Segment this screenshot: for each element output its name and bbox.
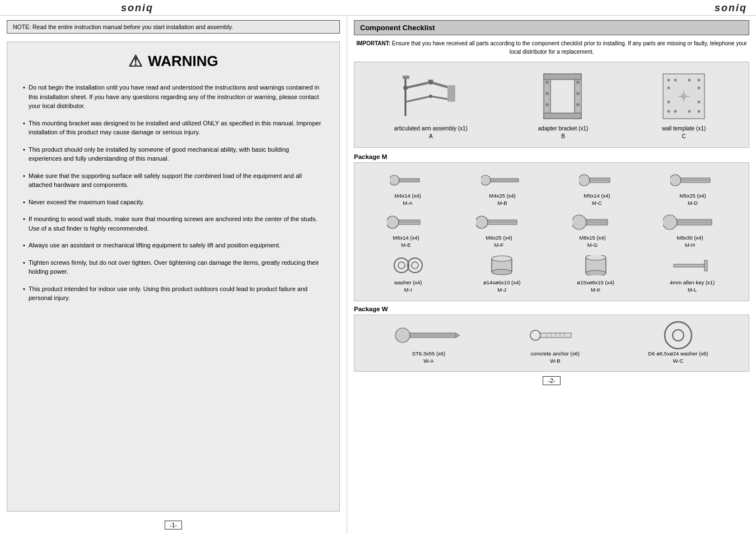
screw-m8x30: M8x30 (x4)M-H xyxy=(663,214,717,249)
component-template: wall template (x1)C xyxy=(659,71,709,140)
svg-point-27 xyxy=(698,87,701,90)
svg-point-76 xyxy=(492,256,512,261)
main-components-row: articulated arm assembly (x1)A xyxy=(359,68,744,143)
svg-point-19 xyxy=(576,92,580,95)
screw-m4x14: M4x14 (x4)M-A xyxy=(388,172,427,207)
warning-item: Always use an assistant or mechanical li… xyxy=(23,241,324,250)
svg-marker-89 xyxy=(456,333,460,338)
svg-point-57 xyxy=(476,216,488,228)
package-m-box: M4x14 (x4)M-A M4x25 (x4)M-B xyxy=(354,162,749,301)
svg-point-79 xyxy=(586,255,606,260)
svg-rect-54 xyxy=(399,220,420,224)
brand-logo-left: soniq xyxy=(121,2,153,14)
svg-point-83 xyxy=(395,328,410,343)
warning-item: Do not begin the installation until you … xyxy=(23,83,324,111)
svg-point-20 xyxy=(576,103,580,106)
d6-washer: D6 ø6.5xø24 washer (x6)W-C xyxy=(648,324,708,365)
svg-point-23 xyxy=(674,79,677,82)
allen-key: 4mm allen key (x1)M-L xyxy=(670,255,715,294)
warning-item: Tighten screws firmly, but do not over t… xyxy=(23,258,324,277)
screw-m6x14: M6x14 (x4)M-E xyxy=(386,214,426,249)
warning-triangle-icon: ⚠ xyxy=(128,52,142,71)
package-m-label: Package M xyxy=(354,153,749,160)
svg-rect-46 xyxy=(590,178,610,182)
concrete-anchor: concrete anchor (x6)W-B xyxy=(530,324,580,365)
warning-item: This product intended for indoor use onl… xyxy=(23,284,324,303)
svg-point-74 xyxy=(412,262,418,269)
svg-point-31 xyxy=(674,110,677,113)
svg-point-66 xyxy=(663,215,677,229)
page-number-right: -2- xyxy=(347,373,756,386)
svg-point-18 xyxy=(576,81,580,84)
svg-rect-14 xyxy=(544,113,581,119)
svg-point-26 xyxy=(668,87,670,90)
washer-item: washer (x4)M-I xyxy=(389,255,428,294)
warning-section: ⚠ WARNING Do not begin the installation … xyxy=(7,41,340,512)
bracket-label: adapter bracket (x1)B xyxy=(538,125,589,140)
svg-rect-81 xyxy=(674,264,704,267)
warning-title: ⚠ WARNING xyxy=(23,52,324,71)
svg-line-7 xyxy=(431,96,447,99)
brand-logo-right: soniq xyxy=(715,2,747,14)
template-image xyxy=(659,71,709,121)
svg-point-16 xyxy=(545,92,549,95)
svg-point-8 xyxy=(403,86,408,90)
svg-point-72 xyxy=(398,262,405,269)
checklist-title: Component Checklist xyxy=(360,24,435,32)
svg-point-97 xyxy=(665,322,692,349)
svg-rect-13 xyxy=(544,74,581,79)
svg-rect-1 xyxy=(403,76,409,79)
svg-line-4 xyxy=(431,82,450,88)
important-note: IMPORTANT: Ensure that you have received… xyxy=(354,40,749,56)
package-w-label: Package W xyxy=(354,306,749,312)
warning-text: WARNING xyxy=(148,53,218,70)
arm-label: articulated arm assembly (x1)A xyxy=(394,125,468,140)
warning-item: Never exceed the maximum load capacity. xyxy=(23,198,324,207)
svg-point-9 xyxy=(428,80,433,85)
svg-line-2 xyxy=(405,82,431,88)
svg-point-49 xyxy=(670,175,681,186)
screw-m4x25: M4x25 (x4)M-B xyxy=(481,172,524,207)
template-label: wall template (x1)C xyxy=(662,125,706,140)
svg-rect-58 xyxy=(488,220,517,224)
svg-rect-5 xyxy=(447,85,455,102)
warning-item: If mounting to wood wall studs, make sur… xyxy=(23,214,324,233)
svg-point-73 xyxy=(408,258,422,273)
spacer-m-j: ø14xø6x10 (x4)M-J xyxy=(482,255,521,294)
bracket-image xyxy=(538,71,589,121)
screw-m5x25: M5x25 (x4)M-D xyxy=(670,172,715,207)
svg-point-33 xyxy=(698,110,701,113)
warning-item: This product should only be installed by… xyxy=(23,145,324,163)
component-arm: articulated arm assembly (x1)A xyxy=(394,71,468,140)
svg-point-22 xyxy=(668,79,670,82)
svg-point-98 xyxy=(673,330,684,341)
svg-rect-67 xyxy=(677,219,712,225)
svg-rect-84 xyxy=(410,333,456,338)
main-components-box: articulated arm assembly (x1)A xyxy=(354,62,749,148)
screw-row-1: M4x14 (x4)M-A M4x25 (x4)M-B xyxy=(359,167,744,209)
package-w-box: ST6.3x55 (x6)W-A xyxy=(354,315,749,372)
svg-point-30 xyxy=(668,110,670,113)
arm-image xyxy=(400,71,461,121)
screw-m8x15: M8x15 (x4)M-G xyxy=(572,214,613,249)
package-w-row: ST6.3x55 (x6)W-A xyxy=(359,320,744,367)
svg-rect-38 xyxy=(399,179,419,182)
screw-m6x25: M6x25 (x4)M-F xyxy=(476,214,522,249)
svg-rect-42 xyxy=(491,179,519,182)
screw-m5x14: M5x14 (x4)M-C xyxy=(577,172,617,207)
svg-point-37 xyxy=(390,175,399,185)
warning-list: Do not begin the installation until you … xyxy=(23,83,324,303)
component-bracket: adapter bracket (x1)B xyxy=(538,71,589,140)
svg-point-17 xyxy=(545,103,549,106)
svg-point-53 xyxy=(387,216,399,228)
svg-point-71 xyxy=(394,258,409,273)
svg-line-6 xyxy=(405,96,431,102)
svg-point-29 xyxy=(698,101,701,104)
screw-row-2: M6x14 (x4)M-E M6x25 (x4)M-F xyxy=(359,209,744,251)
svg-point-28 xyxy=(668,101,670,104)
svg-rect-62 xyxy=(586,219,608,225)
top-bar: soniq soniq xyxy=(0,0,756,16)
checklist-header: Component Checklist xyxy=(354,20,749,35)
svg-point-24 xyxy=(688,79,691,82)
left-panel: NOTE: Read the entire instruction manual… xyxy=(0,16,347,534)
